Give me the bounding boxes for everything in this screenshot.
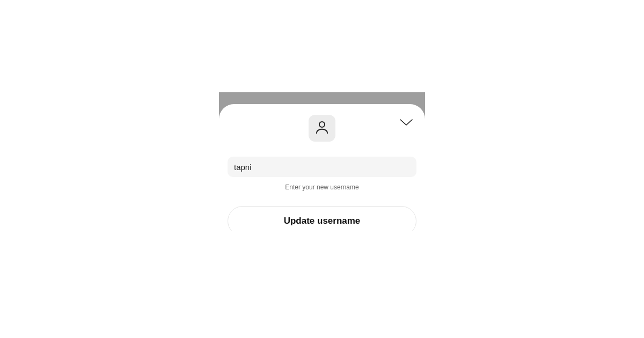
white-cover: [219, 231, 425, 338]
close-sheet-button[interactable]: [399, 118, 413, 127]
svg-point-0: [319, 122, 325, 127]
chevron-down-icon: [399, 119, 413, 128]
viewport: Enter your new username Update username: [0, 0, 644, 338]
username-hint: Enter your new username: [228, 183, 416, 191]
avatar-tile: [309, 115, 335, 142]
username-input[interactable]: [228, 157, 416, 177]
sheet-header: [228, 114, 416, 142]
user-icon: [314, 119, 330, 137]
